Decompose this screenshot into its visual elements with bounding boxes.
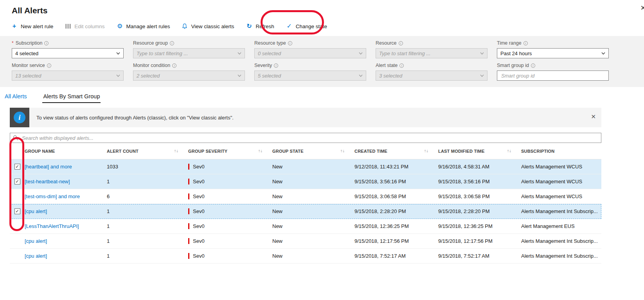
column-header-group-state[interactable]: GROUP STATE: [272, 149, 354, 154]
cell-group-state: New: [272, 208, 354, 214]
monitor-service-dropdown: 13 selected: [12, 70, 124, 81]
cell-subscription: Alerts Management WCUS: [521, 179, 601, 184]
column-header-group-severity[interactable]: GROUP SEVERITY: [188, 149, 272, 154]
cell-last-modified-time: 9/16/2018, 4:58:31 AM: [438, 164, 521, 170]
view-classic-alerts-button[interactable]: View classic alerts: [182, 23, 234, 29]
new-alert-rule-label: New alert rule: [21, 23, 53, 29]
column-header-last-modified-time[interactable]: LAST MODIFIED TIME: [438, 149, 521, 154]
column-header-alert-count[interactable]: ALERT COUNT: [107, 149, 188, 154]
row-checkbox-cell: [10, 223, 25, 229]
severity-bar-icon: [188, 223, 189, 229]
refresh-button[interactable]: ↻ Refresh: [246, 23, 274, 29]
cell-subscription: Alerts Management WCUS: [521, 164, 601, 170]
sort-icon[interactable]: [507, 149, 511, 153]
severity-bar-icon: [188, 253, 189, 259]
table-row[interactable]: [test-oms-dim] and more 6 Sev0 New 9/15/…: [10, 189, 601, 204]
cell-last-modified-time: 9/15/2018, 7:52:17 AM: [438, 253, 521, 259]
table-row[interactable]: [cpu alert] 1 Sev0 New 9/15/2018, 7:52:1…: [10, 249, 601, 264]
severity-bar-icon: [188, 179, 189, 184]
cell-last-modified-time: 9/15/2018, 3:06:58 PM: [438, 193, 521, 199]
filter-label: Severity: [254, 63, 272, 68]
table-row[interactable]: [test-heartbeat-new] 1 Sev0 New 9/15/201…: [10, 174, 601, 189]
cell-group-severity: Sev0: [188, 253, 272, 259]
view-classic-alerts-label: View classic alerts: [191, 23, 234, 29]
table-row[interactable]: [LessThanAlertThruAPI] 1 Sev0 New 9/15/2…: [10, 219, 601, 234]
sort-icon[interactable]: [340, 149, 344, 153]
page-title: All Alerts: [0, 0, 644, 16]
cell-group-name[interactable]: [cpu alert]: [25, 253, 107, 259]
row-checkbox[interactable]: [14, 208, 20, 214]
subscription-dropdown[interactable]: 4 selected: [12, 48, 124, 58]
column-header-group-name[interactable]: GROUP NAME: [25, 149, 107, 154]
row-checkbox-cell: [10, 193, 25, 199]
cell-group-name[interactable]: [heartbeat] and more: [25, 164, 107, 170]
chevron-down-icon: [237, 52, 241, 55]
row-checkbox-cell: [10, 238, 25, 244]
cell-subscription: Alerts Management WCUS: [521, 193, 601, 199]
severity-dropdown: 5 selected: [254, 70, 366, 81]
cell-group-name[interactable]: [cpu alert]: [25, 238, 107, 244]
column-header-subscription[interactable]: SUBSCRIPTION: [521, 149, 601, 154]
row-checkbox-cell: [10, 179, 25, 184]
dropdown-placeholder: Type to start filtering ...: [379, 51, 430, 56]
row-checkbox[interactable]: [14, 164, 20, 170]
manage-alert-rules-label: Manage alert rules: [126, 23, 170, 29]
tab-bar: All Alerts Alerts By Smart Group: [0, 87, 644, 103]
cell-last-modified-time: 9/15/2018, 2:28:20 PM: [438, 208, 521, 214]
cell-created-time: 9/15/2018, 7:52:17 AM: [354, 253, 438, 259]
smart-group-id-input[interactable]: [500, 72, 605, 79]
filter-label: Subscription: [16, 40, 43, 46]
cell-group-severity: Sev0: [188, 164, 272, 170]
columns-icon: [65, 23, 71, 29]
tab-all-alerts[interactable]: All Alerts: [4, 93, 27, 103]
sort-icon[interactable]: [258, 149, 262, 153]
gear-icon: ⚙: [117, 23, 123, 29]
new-alert-rule-button[interactable]: + New alert rule: [11, 23, 53, 29]
filter-label: Time range: [497, 40, 522, 46]
severity-label: Sev0: [193, 238, 205, 244]
row-checkbox[interactable]: [14, 179, 20, 184]
filter-label: Monitor service: [12, 63, 45, 68]
cell-last-modified-time: 9/15/2018, 12:17:56 PM: [438, 238, 521, 244]
search-input[interactable]: [21, 135, 598, 141]
manage-alert-rules-button[interactable]: ⚙ Manage alert rules: [117, 23, 170, 29]
chevron-down-icon: [359, 52, 363, 55]
cell-subscription: Alerts Management Int Subscrip...: [521, 253, 601, 259]
info-icon: i: [172, 63, 176, 68]
cell-group-name[interactable]: [cpu alert]: [25, 208, 107, 214]
close-icon[interactable]: ✕: [640, 4, 644, 12]
cell-created-time: 9/15/2018, 12:17:56 PM: [354, 238, 438, 244]
time-range-dropdown[interactable]: Past 24 hours: [497, 48, 609, 58]
column-header-created-time[interactable]: CREATED TIME: [354, 149, 438, 154]
plus-icon: +: [11, 23, 18, 29]
cell-alert-count: 1033: [107, 164, 188, 170]
filter-label: Monitor condition: [133, 63, 170, 68]
cell-group-name[interactable]: [LessThanAlertThruAPI]: [25, 223, 107, 229]
table-row[interactable]: [cpu alert] 1 Sev0 New 9/15/2018, 2:28:2…: [10, 204, 601, 219]
cell-created-time: 9/12/2018, 11:43:21 PM: [354, 164, 438, 170]
severity-label: Sev0: [193, 253, 205, 259]
info-banner: i To view status of alerts configured th…: [10, 108, 601, 127]
info-icon: i: [399, 41, 403, 45]
tab-alerts-by-smart-group[interactable]: Alerts By Smart Group: [42, 93, 101, 103]
info-banner-text: To view status of alerts configured thro…: [36, 115, 234, 121]
chevron-down-icon: [480, 74, 484, 77]
content-area: i To view status of alerts configured th…: [10, 108, 601, 264]
cell-created-time: 9/15/2018, 12:36:25 PM: [354, 223, 438, 229]
banner-close-icon[interactable]: ✕: [591, 113, 596, 120]
change-state-button[interactable]: ✓ Change state: [286, 23, 327, 29]
filter-label: Resource group: [133, 40, 168, 46]
cell-group-name[interactable]: [test-heartbeat-new]: [25, 179, 107, 184]
smart-group-id-field-wrap: [497, 70, 609, 81]
info-icon: i: [288, 41, 292, 45]
table-row[interactable]: [heartbeat] and more 1033 Sev0 New 9/12/…: [10, 159, 601, 174]
sort-icon[interactable]: [174, 149, 178, 153]
cell-group-name[interactable]: [test-oms-dim] and more: [25, 193, 107, 199]
sort-icon[interactable]: [424, 149, 428, 153]
edit-columns-label: Edit columns: [74, 23, 104, 29]
table-body: [heartbeat] and more 1033 Sev0 New 9/12/…: [10, 159, 601, 264]
check-icon: ✓: [286, 23, 293, 29]
dropdown-value: 4 selected: [15, 51, 38, 56]
filter-monitor-service: Monitor service i 13 selected: [12, 62, 124, 81]
table-row[interactable]: [cpu alert] 1 Sev0 New 9/15/2018, 12:17:…: [10, 234, 601, 249]
